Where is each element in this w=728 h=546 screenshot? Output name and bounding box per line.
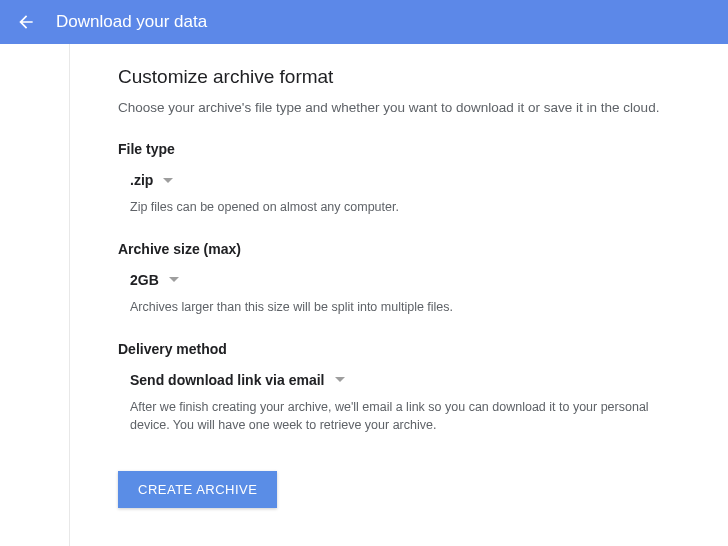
- delivery-method-help: After we finish creating your archive, w…: [130, 398, 680, 436]
- delivery-method-label: Delivery method: [118, 341, 680, 357]
- file-type-section: File type .zip Zip files can be opened o…: [118, 141, 680, 217]
- file-type-dropdown[interactable]: .zip: [130, 172, 173, 188]
- header-title: Download your data: [56, 12, 207, 32]
- file-type-value: .zip: [130, 172, 153, 188]
- archive-size-section: Archive size (max) 2GB Archives larger t…: [118, 241, 680, 317]
- file-type-label: File type: [118, 141, 680, 157]
- delivery-method-value: Send download link via email: [130, 372, 325, 388]
- left-sidebar: [0, 44, 70, 546]
- main-content: Customize archive format Choose your arc…: [70, 44, 728, 546]
- content-wrapper: Customize archive format Choose your arc…: [0, 44, 728, 546]
- page-subtitle: Choose your archive's file type and whet…: [118, 100, 680, 115]
- back-arrow-icon[interactable]: [16, 12, 36, 32]
- create-archive-button[interactable]: CREATE ARCHIVE: [118, 471, 277, 508]
- page-title: Customize archive format: [118, 66, 680, 88]
- chevron-down-icon: [335, 377, 345, 382]
- archive-size-value: 2GB: [130, 272, 159, 288]
- delivery-method-section: Delivery method Send download link via e…: [118, 341, 680, 436]
- app-header: Download your data: [0, 0, 728, 44]
- delivery-method-dropdown[interactable]: Send download link via email: [130, 372, 345, 388]
- archive-size-help: Archives larger than this size will be s…: [130, 298, 680, 317]
- archive-size-label: Archive size (max): [118, 241, 680, 257]
- chevron-down-icon: [163, 178, 173, 183]
- chevron-down-icon: [169, 277, 179, 282]
- archive-size-dropdown[interactable]: 2GB: [130, 272, 179, 288]
- file-type-help: Zip files can be opened on almost any co…: [130, 198, 680, 217]
